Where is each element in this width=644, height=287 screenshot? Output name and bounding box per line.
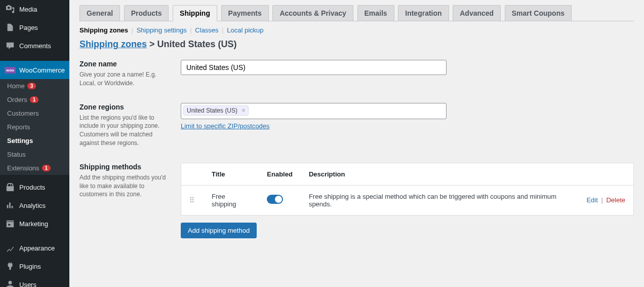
sidebar-sub-settings[interactable]: Settings	[0, 134, 69, 148]
shipping-methods-label: Shipping methods	[79, 163, 173, 171]
sidebar-label: Media	[19, 6, 37, 13]
sidebar-label: Comments	[19, 42, 51, 50]
tab-integration[interactable]: Integration	[398, 5, 449, 21]
sidebar-item-products[interactable]: Products	[0, 178, 69, 196]
tab-products[interactable]: Products	[124, 5, 169, 21]
main-content: General Products Shipping Payments Accou…	[69, 0, 644, 287]
tabs-nav: General Products Shipping Payments Accou…	[79, 0, 634, 21]
subnav-current: Shipping zones	[79, 26, 128, 34]
products-icon	[5, 182, 15, 192]
shipping-method-row: ⠿ Free shipping Free shipping is a speci…	[181, 185, 634, 215]
shipping-methods-table: Title Enabled Description ⠿ Free shippin…	[181, 163, 634, 216]
analytics-icon	[5, 200, 15, 210]
col-enabled: Enabled	[259, 163, 301, 185]
add-shipping-method-button[interactable]: Add shipping method	[181, 223, 257, 238]
tab-smart-coupons[interactable]: Smart Coupons	[505, 5, 572, 21]
zone-regions-label: Zone regions	[79, 103, 173, 111]
sidebar-item-appearance[interactable]: Appearance	[0, 239, 69, 257]
sidebar-item-comments[interactable]: Comments	[0, 37, 69, 55]
sidebar-item-users[interactable]: Users	[0, 275, 69, 287]
tab-shipping[interactable]: Shipping	[173, 5, 217, 21]
marketing-icon	[5, 219, 15, 229]
method-title: Free shipping	[204, 185, 259, 215]
sidebar-sub-home[interactable]: Home3	[0, 79, 69, 93]
breadcrumb: Shipping zones > United States (US)	[79, 39, 634, 50]
sidebar-item-plugins[interactable]: Plugins	[0, 257, 69, 275]
sidebar-label: Appearance	[19, 244, 55, 252]
count-badge: 3	[27, 83, 36, 89]
sidebar-label: Marketing	[19, 220, 48, 228]
region-tag: United States (US) ×	[183, 105, 249, 116]
zone-name-help: Give your zone a name! E.g. Local, or Wo…	[79, 71, 156, 87]
breadcrumb-current: United States (US)	[157, 39, 237, 49]
sidebar-sub-orders[interactable]: Orders1	[0, 93, 69, 106]
zone-regions-help: List the regions you'd like to include i…	[79, 114, 159, 147]
subnav-classes[interactable]: Classes	[195, 26, 218, 34]
count-badge: 1	[30, 96, 39, 103]
sidebar-item-analytics[interactable]: Analytics	[0, 196, 69, 214]
users-icon	[5, 279, 15, 287]
delete-link[interactable]: Delete	[606, 196, 625, 204]
sidebar-item-pages[interactable]: Pages	[0, 18, 69, 37]
sidebar-label: Users	[19, 281, 36, 288]
tab-general[interactable]: General	[79, 5, 120, 21]
zone-name-input[interactable]	[181, 60, 447, 75]
sidebar-sub-extensions[interactable]: Extensions1	[0, 161, 69, 175]
sidebar-label: WooCommerce	[19, 66, 65, 74]
sidebar-sub-reports[interactable]: Reports	[0, 120, 69, 134]
method-description: Free shipping is a special method which …	[301, 185, 578, 215]
admin-sidebar: Media Pages Comments woo WooCommerce Hom…	[0, 0, 69, 287]
sidebar-sub-status[interactable]: Status	[0, 148, 69, 161]
sidebar-label: Plugins	[19, 263, 41, 270]
tab-payments[interactable]: Payments	[221, 5, 269, 21]
subnav-local-pickup[interactable]: Local pickup	[227, 26, 263, 34]
tab-advanced[interactable]: Advanced	[453, 5, 501, 21]
drag-handle-icon[interactable]: ⠿	[189, 196, 195, 204]
tab-emails[interactable]: Emails	[357, 5, 394, 21]
tab-accounts-privacy[interactable]: Accounts & Privacy	[272, 5, 353, 21]
sidebar-sub-customers[interactable]: Customers	[0, 106, 69, 120]
breadcrumb-link[interactable]: Shipping zones	[79, 39, 147, 49]
sidebar-submenu: Home3 Orders1 Customers Reports Settings…	[0, 79, 69, 175]
col-title: Title	[204, 163, 259, 185]
comment-icon	[5, 41, 15, 51]
sidebar-label: Pages	[19, 24, 38, 31]
subnav-shipping-settings[interactable]: Shipping settings	[137, 26, 187, 34]
sidebar-label: Analytics	[19, 202, 46, 209]
edit-link[interactable]: Edit	[586, 196, 597, 204]
plugins-icon	[5, 261, 15, 271]
media-icon	[5, 4, 15, 14]
sub-navigation: Shipping zones | Shipping settings | Cla…	[79, 26, 634, 34]
page-icon	[5, 22, 15, 32]
sidebar-item-media[interactable]: Media	[0, 0, 69, 18]
sidebar-item-marketing[interactable]: Marketing	[0, 214, 69, 233]
zone-name-label: Zone name	[79, 60, 173, 68]
zone-regions-input[interactable]: United States (US) ×	[181, 103, 447, 119]
limit-zip-link[interactable]: Limit to specific ZIP/postcodes	[181, 122, 270, 130]
appearance-icon	[5, 243, 15, 253]
count-badge: 1	[42, 165, 51, 171]
sidebar-label: Products	[19, 184, 45, 191]
woocommerce-icon: woo	[5, 65, 15, 75]
sidebar-item-woocommerce[interactable]: woo WooCommerce	[0, 61, 69, 79]
shipping-methods-help: Add the shipping methods you'd like to m…	[79, 174, 166, 198]
enabled-toggle[interactable]	[267, 195, 283, 204]
col-description: Description	[301, 163, 578, 185]
remove-tag-icon[interactable]: ×	[242, 107, 245, 114]
